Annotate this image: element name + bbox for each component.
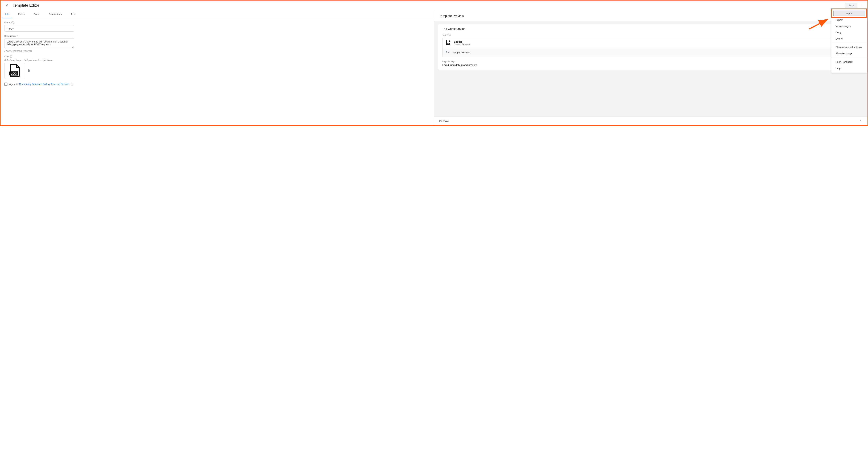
svg-text:LOG: LOG — [447, 43, 449, 44]
svg-point-0 — [862, 4, 862, 5]
more-dropdown: Export View changes Copy Delete Show adv… — [831, 8, 867, 73]
log-file-icon: LOG — [8, 64, 21, 77]
tag-info: Logger Custom Template — [454, 40, 470, 45]
save-button[interactable]: Save — [845, 3, 858, 8]
chevron-up-icon[interactable] — [859, 119, 862, 123]
permissions-label: Tag permissions — [453, 51, 470, 54]
agree-text: Agree to Community Template Gallery Term… — [9, 83, 69, 86]
close-icon[interactable] — [4, 3, 9, 8]
svg-text:LOG: LOG — [11, 72, 17, 75]
menu-copy[interactable]: Copy — [831, 29, 867, 36]
agree-row: Agree to Community Template Gallery Term… — [4, 82, 430, 86]
key-icon — [446, 50, 450, 55]
right-pane: Template Preview Tag Configuration Tag T… — [434, 10, 867, 125]
logs-block: Logs Settings Log during debug and previ… — [442, 60, 859, 66]
preview-body: Tag Configuration Tag Type LOG — [434, 21, 867, 117]
tag-config-card: Tag Configuration Tag Type LOG — [438, 24, 863, 70]
icon-preview[interactable]: LOG — [4, 63, 25, 78]
icon-row: LOG — [4, 63, 430, 78]
description-input[interactable] — [4, 38, 74, 48]
menu-delete[interactable]: Delete — [831, 36, 867, 42]
left-pane: Info Fields Code Permissions Tests Name … — [1, 10, 434, 125]
menu-feedback[interactable]: Send Feedback — [831, 59, 867, 65]
menu-separator — [831, 58, 867, 58]
agree-checkbox[interactable] — [4, 82, 7, 86]
tag-permissions-row[interactable]: Tag permissions — [442, 48, 859, 57]
form-area: Name ? Description ? 101/200 characters … — [1, 18, 434, 89]
icon-label: Icon ? — [4, 55, 430, 58]
tab-fields[interactable]: Fields — [13, 10, 29, 18]
logs-label: Logs Settings — [442, 60, 859, 63]
menu-separator — [831, 43, 867, 43]
description-label: Description ? — [4, 35, 430, 37]
char-count: 101/200 characters remaining — [4, 50, 430, 52]
help-icon[interactable]: ? — [71, 83, 73, 86]
help-icon[interactable]: ? — [10, 55, 12, 58]
page-title: Template Editor — [13, 3, 39, 8]
logs-value: Log during debug and preview — [442, 63, 859, 66]
menu-export[interactable]: Export — [831, 17, 867, 23]
tag-sub: Custom Template — [454, 43, 470, 45]
tag-box: LOG Logger Custom Template — [442, 38, 859, 57]
tab-info[interactable]: Info — [1, 10, 13, 18]
app-frame: Template Editor Save Info Fields Code Pe… — [0, 0, 868, 126]
split-view: Info Fields Code Permissions Tests Name … — [1, 10, 867, 125]
tab-permissions[interactable]: Permissions — [44, 10, 66, 18]
tabs: Info Fields Code Permissions Tests — [1, 10, 434, 18]
help-icon[interactable]: ? — [11, 21, 14, 24]
menu-view-changes[interactable]: View changes — [831, 23, 867, 29]
menu-test-page[interactable]: Show test page — [831, 50, 867, 57]
console-title: Console — [439, 120, 449, 123]
svg-point-1 — [862, 5, 862, 6]
card-title: Tag Configuration — [442, 27, 859, 31]
icon-label-text: Icon — [4, 55, 9, 58]
menu-advanced[interactable]: Show advanced settings — [831, 44, 867, 50]
menu-help[interactable]: Help — [831, 65, 867, 71]
tab-code[interactable]: Code — [29, 10, 44, 18]
svg-point-2 — [862, 6, 862, 7]
topbar: Template Editor Save — [1, 1, 867, 10]
terms-link[interactable]: Community Template Gallery Terms of Serv… — [19, 83, 69, 86]
trash-icon[interactable] — [27, 69, 30, 73]
description-label-text: Description — [4, 35, 16, 37]
top-actions: Save — [845, 2, 866, 8]
name-label: Name ? — [4, 21, 430, 24]
name-input[interactable] — [4, 25, 74, 32]
name-label-text: Name — [4, 21, 10, 24]
more-menu-icon[interactable] — [859, 2, 865, 8]
tag-name: Logger — [454, 40, 470, 43]
help-icon[interactable]: ? — [17, 35, 19, 37]
console-bar[interactable]: Console — [434, 117, 867, 125]
preview-title: Template Preview — [434, 10, 867, 21]
tag-type-label: Tag Type — [442, 34, 859, 36]
tag-type-row[interactable]: LOG Logger Custom Template — [442, 38, 859, 48]
log-file-icon: LOG — [446, 40, 451, 46]
tab-tests[interactable]: Tests — [66, 10, 81, 18]
agree-prefix: Agree to — [9, 83, 19, 86]
icon-hint: Select only images that you have the rig… — [4, 59, 430, 61]
